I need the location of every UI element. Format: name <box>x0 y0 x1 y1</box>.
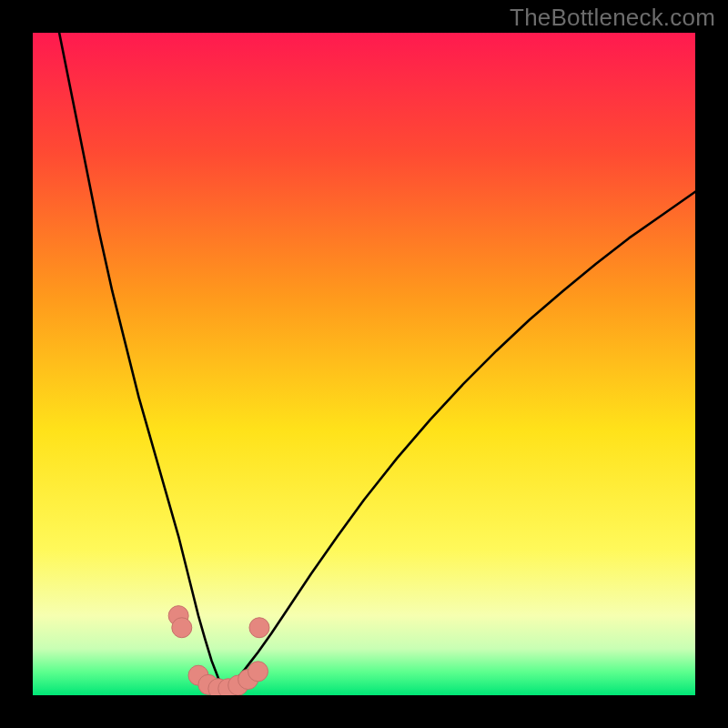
bottleneck-curve <box>59 33 695 689</box>
watermark-text: TheBottleneck.com <box>510 4 715 32</box>
chart-svg <box>33 33 695 695</box>
app-frame: TheBottleneck.com <box>0 0 728 728</box>
curve-marker <box>249 618 269 638</box>
curve-markers <box>168 606 269 695</box>
plot-area <box>33 33 695 695</box>
curve-marker <box>248 662 268 682</box>
curve-marker <box>172 618 192 638</box>
